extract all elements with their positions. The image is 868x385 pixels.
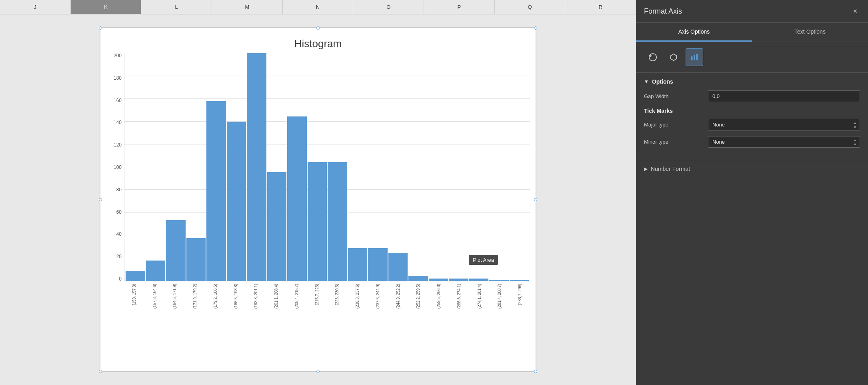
panel-header: Format Axis ×	[636, 0, 868, 23]
bar[interactable]	[206, 101, 226, 281]
x-label-item: (281,4, 288,7)	[490, 281, 510, 361]
minor-type-label: Minor type	[644, 139, 708, 145]
x-label-item: (244,9, 252,2)	[388, 281, 408, 361]
x-label-text: (237,6, 244,9)	[376, 284, 380, 309]
gap-width-row: Gap Width	[644, 90, 860, 102]
y-axis-label: 160	[114, 98, 122, 103]
y-axis-label: 80	[116, 187, 122, 192]
bar[interactable]	[348, 248, 368, 281]
x-label-item: (157,3, 164,6)	[144, 281, 165, 361]
bar[interactable]	[388, 253, 408, 281]
y-axis-label: 20	[116, 254, 122, 259]
x-label-item: (223, 230,3)	[327, 281, 348, 361]
bar[interactable]	[328, 162, 347, 281]
major-type-label: Major type	[644, 122, 708, 128]
number-format-chevron: ▶	[644, 166, 648, 172]
x-label-item: (201,1, 208,4)	[266, 281, 286, 361]
tick-marks-label: Tick Marks	[644, 108, 860, 114]
x-label-item: (274,1, 281,4)	[469, 281, 490, 361]
x-label-text: (201,1, 208,4)	[274, 284, 278, 309]
bar[interactable]	[267, 172, 287, 281]
bar[interactable]	[489, 280, 509, 281]
close-button[interactable]: ×	[850, 6, 860, 16]
resize-handle-tl[interactable]	[99, 26, 102, 30]
col-header-o[interactable]: O	[353, 0, 424, 14]
chart-title: Histogram	[106, 38, 530, 50]
col-header-r[interactable]: R	[565, 0, 636, 14]
gap-width-input[interactable]	[708, 90, 860, 102]
options-chevron: ▼	[644, 79, 649, 84]
x-label-text: (186,5, 193,8)	[234, 284, 238, 309]
col-header-p[interactable]: P	[424, 0, 495, 14]
bar[interactable]	[308, 162, 327, 281]
spreadsheet-area: JKLMNOPQR Histogram 20018016014012010080…	[0, 0, 636, 385]
bar[interactable]	[126, 271, 145, 281]
x-label-text: (244,9, 252,2)	[396, 284, 400, 309]
bar[interactable]	[368, 248, 388, 281]
bar[interactable]	[166, 220, 186, 281]
bar[interactable]	[429, 279, 448, 281]
chart-container-wrap: Histogram 200180160140120100806040200 Pl…	[0, 14, 636, 385]
col-header-j[interactable]: J	[0, 0, 71, 14]
x-label-text: (171,9, 179,2)	[193, 284, 197, 309]
plot-area[interactable]: Plot Area	[124, 53, 530, 281]
svg-rect-1	[691, 56, 693, 60]
bar[interactable]	[510, 280, 529, 281]
x-label-text: (281,4, 288,7)	[497, 284, 502, 309]
x-label-item: (259,5, 266,8)	[428, 281, 449, 361]
chart-outer[interactable]: Histogram 200180160140120100806040200 Pl…	[100, 28, 536, 372]
bar[interactable]	[449, 279, 468, 281]
col-header-q[interactable]: Q	[495, 0, 566, 14]
minor-type-select-wrap: NoneInsideOutsideCross ▲ ▼	[708, 136, 860, 148]
x-label-item: (288,7, 296]	[510, 281, 530, 361]
x-label-text: (193,8, 201,1)	[254, 284, 258, 309]
col-header-n[interactable]: N	[283, 0, 354, 14]
x-label-text: (259,5, 266,8)	[436, 284, 441, 309]
major-type-select[interactable]: NoneInsideOutsideCross	[708, 119, 860, 130]
bar[interactable]	[469, 279, 489, 281]
resize-handle-bl[interactable]	[99, 370, 102, 373]
y-axis-label: 40	[116, 232, 122, 237]
bar-chart-icon-button[interactable]	[686, 48, 703, 66]
x-label-text: (223, 230,3)	[335, 284, 339, 305]
column-headers: JKLMNOPQR	[0, 0, 636, 14]
bar[interactable]	[227, 122, 246, 281]
resize-handle-bc[interactable]	[316, 370, 320, 373]
x-label-text: (164,6, 171,9)	[172, 284, 177, 309]
number-format-row[interactable]: ▶ Number Format	[644, 160, 860, 178]
minor-type-select[interactable]: NoneInsideOutsideCross	[708, 136, 860, 148]
x-label-item: (208,4, 215,7)	[286, 281, 307, 361]
tab-text-options[interactable]: Text Options	[752, 23, 868, 42]
col-header-m[interactable]: M	[212, 0, 283, 14]
svg-rect-2	[694, 55, 695, 60]
resize-handle-tr[interactable]	[534, 26, 537, 30]
resize-handle-ml[interactable]	[99, 198, 102, 201]
bar[interactable]	[247, 53, 266, 281]
y-axis-label: 120	[114, 142, 122, 147]
tab-axis-options[interactable]: Axis Options	[636, 23, 752, 42]
format-panel: Format Axis × Axis Options Text Options	[636, 0, 868, 385]
bar[interactable]	[408, 276, 428, 281]
x-label-item: [150, 157,3)	[124, 281, 144, 361]
gap-width-label: Gap Width	[644, 93, 708, 99]
col-header-l[interactable]: L	[141, 0, 212, 14]
x-label-text: (252,2, 259,5)	[416, 284, 420, 309]
resize-handle-tc[interactable]	[316, 26, 320, 30]
y-axis-label: 140	[114, 120, 122, 125]
x-label-item: (164,6, 171,9)	[165, 281, 185, 361]
shape-icon-button[interactable]	[665, 48, 682, 66]
bar[interactable]	[186, 238, 206, 281]
col-header-k[interactable]: K	[71, 0, 142, 14]
options-section: ▼ Options Gap Width Tick Marks Major typ…	[636, 73, 868, 160]
resize-handle-mr[interactable]	[534, 198, 537, 201]
x-label-text: (215,7, 223)	[315, 284, 319, 305]
bar[interactable]	[146, 261, 166, 281]
bar[interactable]	[287, 116, 307, 281]
resize-handle-br[interactable]	[534, 370, 537, 373]
fill-icon-button[interactable]	[644, 48, 662, 66]
chart-body: 200180160140120100806040200 Plot Area	[106, 53, 530, 281]
x-label-text: (157,3, 164,6)	[152, 284, 157, 309]
y-axis-label: 0	[119, 277, 122, 281]
section-header-options[interactable]: ▼ Options	[644, 73, 860, 90]
y-axis-label: 180	[114, 76, 122, 80]
